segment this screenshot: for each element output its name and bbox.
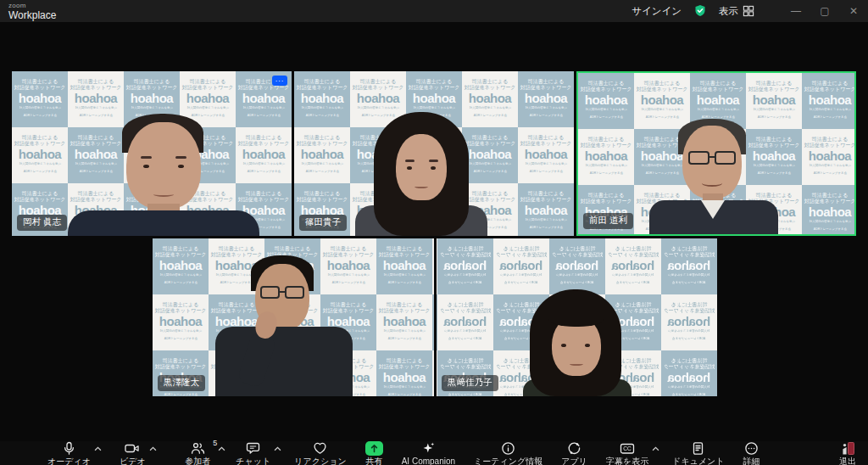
audio-button[interactable]: オーディオ	[47, 440, 91, 465]
leave-meeting-button[interactable]: 退出	[839, 440, 856, 465]
video-label: ビデオ	[120, 457, 146, 465]
captions-label: 字幕を表示	[606, 457, 648, 465]
grid-view-icon	[743, 5, 754, 17]
apps-button[interactable]: アプリ	[561, 440, 587, 465]
heart-icon	[313, 441, 327, 456]
more-dots-icon	[744, 441, 759, 456]
more-label: 詳細	[743, 457, 760, 465]
view-button[interactable]: 表示	[719, 5, 754, 18]
security-shield-icon[interactable]	[693, 4, 707, 18]
reactions-button[interactable]: リアクション	[294, 440, 346, 465]
glasses	[260, 286, 280, 299]
view-label: 表示	[719, 5, 738, 18]
audio-options-caret[interactable]	[94, 444, 102, 453]
svg-text:CC: CC	[623, 445, 632, 451]
share-screen-button[interactable]: 共有	[365, 440, 383, 465]
video-tile-kurosaki[interactable]: 司法書士による対話促進ネットワークhoahoa対人関係の哲学とスキルを学ぶADR…	[437, 238, 717, 396]
window-minimize-button[interactable]: —	[782, 0, 810, 22]
microphone-icon	[62, 441, 76, 456]
chat-label: チャット	[236, 457, 270, 465]
participants-icon	[191, 441, 205, 456]
apps-icon	[567, 441, 581, 456]
participants-button[interactable]: 参加者 5	[185, 440, 210, 465]
chat-options-caret[interactable]	[274, 444, 281, 453]
documents-button[interactable]: ドキュメント	[672, 440, 724, 465]
meeting-toolbar: オーディオ ビデオ 参加者 5	[0, 441, 868, 465]
chat-icon	[246, 441, 260, 456]
leave-door-icon	[840, 441, 855, 456]
video-tile-shinoda[interactable]: 司法書士による対話促進ネットワークhoahoa対人関係の哲学とスキルを学ぶADR…	[294, 71, 574, 236]
brand-workplace: Workplace	[8, 10, 56, 20]
ai-companion-button[interactable]: AI Companion	[402, 440, 455, 465]
participant-name: 黒﨑佳乃子	[442, 375, 498, 391]
tile-options-button[interactable]: ...	[272, 76, 287, 86]
sign-in-button[interactable]: サインイン	[632, 5, 682, 18]
reactions-label: リアクション	[294, 457, 346, 465]
brand-zoom: zoom	[8, 3, 56, 9]
document-icon	[691, 441, 705, 456]
video-button[interactable]: ビデオ	[120, 440, 146, 465]
audio-label: オーディオ	[47, 457, 91, 465]
video-options-caret[interactable]	[149, 444, 157, 453]
documents-label: ドキュメント	[672, 457, 724, 465]
info-icon	[501, 441, 515, 456]
captions-options-caret[interactable]	[652, 444, 659, 453]
camera-icon	[125, 441, 140, 456]
more-button[interactable]: 詳細	[743, 440, 760, 465]
participant-name: 岡村 眞志	[17, 215, 67, 231]
apps-label: アプリ	[561, 457, 587, 465]
participants-count-badge: 5	[213, 440, 217, 448]
meeting-stage: 司法書士による対話促進ネットワークhoahoa対人関係の哲学とスキルを学ぶADR…	[0, 22, 868, 441]
window-close-button[interactable]: ✕	[839, 0, 868, 22]
participant-name: 黒澤隆太	[158, 375, 205, 391]
ai-companion-label: AI Companion	[402, 457, 455, 465]
participant-name: 篠田貴子	[299, 215, 347, 231]
participant-name: 前田 道利	[583, 213, 633, 229]
video-tile-kurosawa[interactable]: 司法書士による対話促進ネットワークhoahoa対人関係の哲学とスキルを学ぶADR…	[153, 238, 434, 396]
app-logo: zoom Workplace	[8, 3, 56, 20]
window-maximize-button[interactable]: ▢	[810, 0, 839, 22]
chat-button[interactable]: チャット	[236, 440, 270, 465]
participants-options-caret[interactable]	[218, 444, 225, 453]
participants-label: 参加者	[185, 457, 210, 465]
ai-sparkle-icon	[421, 441, 436, 456]
captions-button[interactable]: CC 字幕を表示	[606, 440, 648, 465]
cc-icon: CC	[620, 441, 635, 456]
video-tile-okamura[interactable]: 司法書士による対話促進ネットワークhoahoa対人関係の哲学とスキルを学ぶADR…	[12, 71, 292, 236]
leave-label: 退出	[839, 457, 856, 465]
title-bar: zoom Workplace サインイン 表示 — ▢ ✕	[0, 0, 868, 22]
glasses	[688, 151, 709, 165]
meeting-info-button[interactable]: ミーティング情報	[474, 440, 542, 465]
share-icon	[365, 441, 383, 456]
meeting-info-label: ミーティング情報	[474, 457, 542, 465]
video-tile-maeda-active-speaker[interactable]: 司法書士による対話促進ネットワークhoahoa対人関係の哲学とスキルを学ぶADR…	[576, 71, 856, 236]
share-label: 共有	[365, 457, 382, 465]
